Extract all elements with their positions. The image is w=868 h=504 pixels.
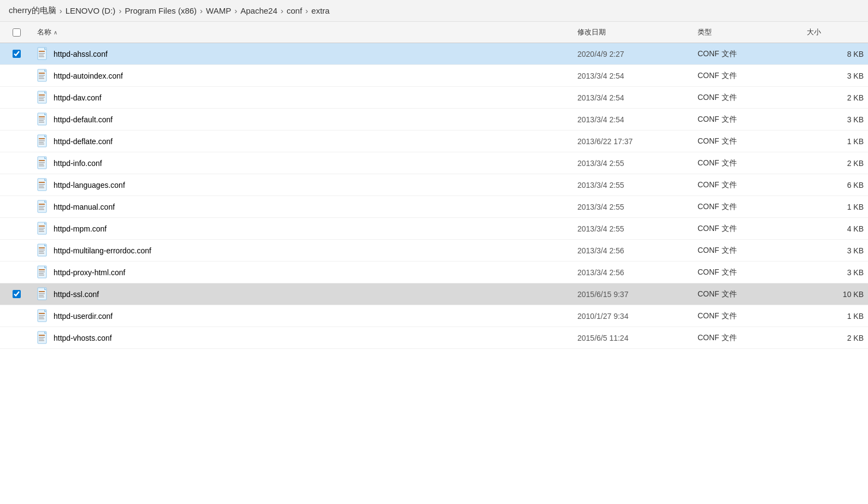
- header-date[interactable]: 修改日期: [573, 25, 693, 39]
- svg-rect-51: [39, 228, 45, 229]
- row-checkbox[interactable]: [13, 290, 21, 298]
- svg-rect-33: [39, 162, 45, 163]
- conf-file-icon: [37, 244, 49, 258]
- svg-rect-35: [39, 165, 44, 167]
- svg-rect-47: [39, 209, 44, 210]
- size-label: 大小: [807, 27, 821, 37]
- table-row[interactable]: httpd-ahssl.conf2020/4/9 2:27CONF 文件8 KB: [0, 43, 868, 65]
- sep-0: ›: [60, 6, 62, 15]
- table-row[interactable]: httpd-mpm.conf2013/3/4 2:55CONF 文件4 KB: [0, 218, 868, 240]
- row-filename: httpd-info.conf: [54, 159, 102, 168]
- table-row[interactable]: httpd-multilang-errordoc.conf2013/3/4 2:…: [0, 240, 868, 262]
- table-row[interactable]: httpd-dav.conf2013/3/4 2:54CONF 文件2 KB: [0, 87, 868, 109]
- conf-file-icon: [37, 156, 49, 170]
- table-row[interactable]: httpd-autoindex.conf2013/3/4 2:54CONF 文件…: [0, 65, 868, 87]
- svg-rect-81: [39, 337, 45, 338]
- table-row[interactable]: httpd-ssl.conf2015/6/15 9:37CONF 文件10 KB: [0, 283, 868, 305]
- header-type[interactable]: 类型: [693, 25, 802, 39]
- svg-rect-16: [39, 98, 44, 99]
- conf-file-icon: [37, 331, 49, 345]
- row-size: 1 KB: [802, 310, 868, 323]
- svg-rect-20: [39, 116, 45, 117]
- row-check-col: [0, 248, 33, 253]
- row-check-col: [0, 270, 33, 275]
- svg-rect-75: [39, 315, 45, 316]
- table-row[interactable]: httpd-default.conf2013/3/4 2:54CONF 文件3 …: [0, 109, 868, 131]
- conf-file-icon: [37, 309, 49, 323]
- row-name-col: httpd-autoindex.conf: [33, 67, 573, 85]
- row-size: 1 KB: [802, 200, 868, 214]
- row-filename: httpd-vhosts.conf: [54, 334, 112, 342]
- table-row[interactable]: httpd-manual.conf2013/3/4 2:55CONF 文件1 K…: [0, 196, 868, 218]
- row-check-col: [0, 205, 33, 209]
- svg-rect-28: [39, 142, 44, 143]
- table-row[interactable]: httpd-deflate.conf2013/6/22 17:37CONF 文件…: [0, 131, 868, 152]
- date-label: 修改日期: [577, 27, 606, 37]
- select-all-checkbox[interactable]: [13, 28, 21, 37]
- svg-rect-29: [39, 144, 44, 145]
- table-row[interactable]: httpd-languages.conf2013/3/4 2:55CONF 文件…: [0, 174, 868, 196]
- svg-rect-57: [39, 250, 45, 251]
- table-row[interactable]: httpd-userdir.conf2010/1/27 9:34CONF 文件1…: [0, 305, 868, 327]
- svg-rect-23: [39, 122, 44, 123]
- sep-4: ›: [281, 6, 284, 15]
- svg-rect-3: [39, 53, 45, 54]
- svg-rect-40: [39, 186, 44, 187]
- row-size: 6 KB: [802, 179, 868, 192]
- svg-rect-26: [39, 138, 45, 139]
- row-size: 3 KB: [802, 266, 868, 279]
- file-list-header: 名称 ∧ 修改日期 类型 大小: [0, 22, 868, 43]
- row-filename: httpd-manual.conf: [54, 203, 115, 211]
- breadcrumb-wamp[interactable]: WAMP: [206, 6, 231, 15]
- sep-5: ›: [305, 6, 308, 15]
- row-date: 2013/6/22 17:37: [573, 135, 693, 148]
- breadcrumb-program-files[interactable]: Program Files (x86): [125, 6, 197, 15]
- breadcrumb-drive[interactable]: LENOVO (D:): [66, 6, 116, 15]
- breadcrumb-conf[interactable]: conf: [287, 6, 302, 15]
- svg-rect-50: [39, 226, 45, 227]
- row-size: 2 KB: [802, 331, 868, 345]
- svg-rect-9: [39, 75, 45, 76]
- row-filename: httpd-deflate.conf: [54, 137, 113, 146]
- row-name-col: httpd-vhosts.conf: [33, 329, 573, 347]
- svg-rect-44: [39, 204, 45, 205]
- row-date: 2015/6/5 11:24: [573, 331, 693, 345]
- svg-rect-80: [39, 335, 45, 336]
- breadcrumb: cherry的电脑 › LENOVO (D:) › Program Files …: [0, 0, 868, 22]
- header-size[interactable]: 大小: [802, 25, 868, 39]
- file-list-container: 名称 ∧ 修改日期 类型 大小 httpd-ahssl.conf2020/4/9…: [0, 22, 868, 349]
- svg-rect-58: [39, 251, 44, 252]
- svg-rect-71: [39, 297, 44, 298]
- row-name-col: httpd-deflate.conf: [33, 132, 573, 151]
- row-name-col: httpd-multilang-errordoc.conf: [33, 241, 573, 260]
- row-name-col: httpd-manual.conf: [33, 198, 573, 216]
- breadcrumb-computer[interactable]: cherry的电脑: [9, 5, 56, 16]
- svg-rect-53: [39, 231, 44, 232]
- svg-rect-82: [39, 339, 44, 340]
- table-row[interactable]: httpd-proxy-html.conf2013/3/4 2:56CONF 文…: [0, 262, 868, 283]
- svg-rect-76: [39, 317, 44, 318]
- row-size: 3 KB: [802, 113, 868, 126]
- header-name[interactable]: 名称 ∧: [33, 25, 573, 39]
- conf-file-icon: [37, 69, 49, 83]
- row-check-col: [0, 74, 33, 78]
- row-check-col: [0, 288, 33, 300]
- svg-rect-68: [39, 291, 45, 292]
- breadcrumb-apache24[interactable]: Apache24: [240, 6, 277, 15]
- conf-file-icon: [37, 287, 49, 301]
- svg-rect-52: [39, 229, 44, 230]
- row-checkbox[interactable]: [13, 50, 21, 58]
- svg-rect-39: [39, 184, 45, 185]
- svg-rect-74: [39, 313, 45, 314]
- svg-rect-34: [39, 164, 44, 165]
- row-type: CONF 文件: [693, 178, 802, 192]
- sep-2: ›: [200, 6, 203, 15]
- table-row[interactable]: httpd-vhosts.conf2015/6/5 11:24CONF 文件2 …: [0, 327, 868, 349]
- svg-rect-45: [39, 206, 45, 207]
- table-row[interactable]: httpd-info.conf2013/3/4 2:55CONF 文件2 KB: [0, 152, 868, 174]
- row-size: 2 KB: [802, 157, 868, 170]
- breadcrumb-extra[interactable]: extra: [311, 6, 329, 15]
- row-name-col: httpd-info.conf: [33, 154, 573, 173]
- row-type: CONF 文件: [693, 287, 802, 301]
- row-name-col: httpd-userdir.conf: [33, 307, 573, 325]
